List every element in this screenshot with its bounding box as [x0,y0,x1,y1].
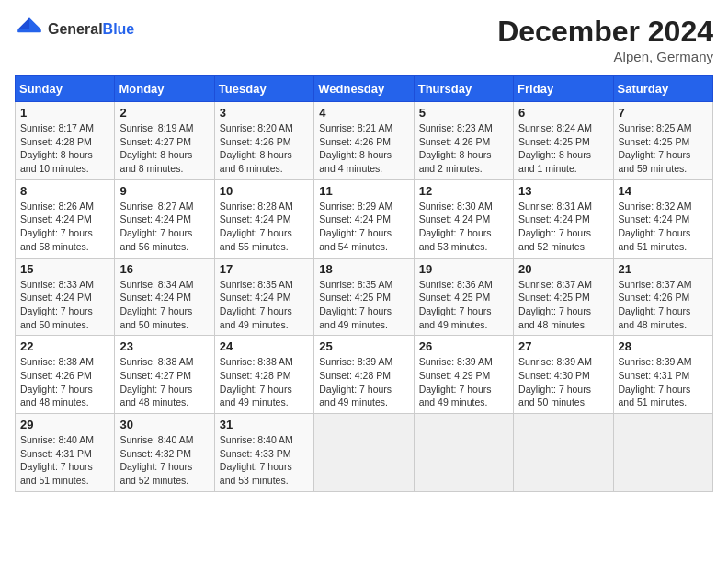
month-title: December 2024 [497,15,713,49]
day-info: Sunrise: 8:24 AM Sunset: 4:25 PM Dayligh… [518,121,608,176]
day-info: Sunrise: 8:28 AM Sunset: 4:24 PM Dayligh… [220,200,309,254]
logo-icon [15,15,44,44]
day-info: Sunrise: 8:39 AM Sunset: 4:28 PM Dayligh… [319,355,408,409]
day-info: Sunrise: 8:35 AM Sunset: 4:25 PM Dayligh… [319,278,408,332]
page-header: GeneralBlue December 2024 Alpen, Germany [15,15,713,64]
day-info: Sunrise: 8:26 AM Sunset: 4:24 PM Dayligh… [20,200,109,254]
day-info: Sunrise: 8:38 AM Sunset: 4:28 PM Dayligh… [220,355,309,409]
svg-marker-0 [29,17,41,29]
day-number: 21 [619,262,708,276]
day-number: 31 [220,418,309,431]
day-cell: 17 Sunrise: 8:35 AM Sunset: 4:24 PM Dayl… [214,258,313,336]
day-cell: 31 Sunrise: 8:40 AM Sunset: 4:33 PM Dayl… [214,414,313,492]
day-cell: 16 Sunrise: 8:34 AM Sunset: 4:24 PM Dayl… [115,258,214,336]
calendar-table: Sunday Monday Tuesday Wednesday Thursday… [15,75,713,492]
logo-blue-text: Blue [103,21,135,37]
location: Alpen, Germany [497,49,713,64]
day-info: Sunrise: 8:39 AM Sunset: 4:30 PM Dayligh… [518,355,608,409]
day-cell: 30 Sunrise: 8:40 AM Sunset: 4:32 PM Dayl… [115,414,214,492]
day-cell: 25 Sunrise: 8:39 AM Sunset: 4:28 PM Dayl… [314,336,414,414]
day-info: Sunrise: 8:39 AM Sunset: 4:29 PM Dayligh… [419,355,508,409]
col-tuesday: Tuesday [214,76,313,102]
day-cell: 18 Sunrise: 8:35 AM Sunset: 4:25 PM Dayl… [314,258,414,336]
svg-marker-1 [17,17,29,29]
day-number: 5 [419,106,508,120]
day-info: Sunrise: 8:17 AM Sunset: 4:28 PM Dayligh… [20,121,109,176]
week-row-1: 1 Sunrise: 8:17 AM Sunset: 4:28 PM Dayli… [16,102,713,180]
day-info: Sunrise: 8:25 AM Sunset: 4:25 PM Dayligh… [619,121,708,176]
day-number: 12 [419,184,508,198]
week-row-5: 29 Sunrise: 8:40 AM Sunset: 4:31 PM Dayl… [16,414,713,492]
day-info: Sunrise: 8:29 AM Sunset: 4:24 PM Dayligh… [319,200,408,254]
day-info: Sunrise: 8:40 AM Sunset: 4:32 PM Dayligh… [119,433,209,488]
day-number: 27 [518,339,608,353]
day-number: 24 [220,339,309,353]
day-number: 17 [220,262,309,276]
day-cell: 22 Sunrise: 8:38 AM Sunset: 4:26 PM Dayl… [16,336,115,414]
day-number: 2 [119,106,209,120]
day-cell: 28 Sunrise: 8:39 AM Sunset: 4:31 PM Dayl… [613,336,712,414]
col-wednesday: Wednesday [314,76,414,102]
day-number: 22 [20,339,109,353]
day-cell: 24 Sunrise: 8:38 AM Sunset: 4:28 PM Dayl… [214,336,313,414]
day-cell: 8 Sunrise: 8:26 AM Sunset: 4:24 PM Dayli… [16,179,115,258]
day-info: Sunrise: 8:38 AM Sunset: 4:26 PM Dayligh… [20,355,109,409]
day-info: Sunrise: 8:20 AM Sunset: 4:26 PM Dayligh… [220,121,309,176]
title-block: December 2024 Alpen, Germany [497,15,713,64]
day-info: Sunrise: 8:23 AM Sunset: 4:26 PM Dayligh… [419,121,508,176]
week-row-2: 8 Sunrise: 8:26 AM Sunset: 4:24 PM Dayli… [16,179,713,258]
week-row-4: 22 Sunrise: 8:38 AM Sunset: 4:26 PM Dayl… [16,336,713,414]
day-info: Sunrise: 8:21 AM Sunset: 4:26 PM Dayligh… [319,121,408,176]
day-cell: 20 Sunrise: 8:37 AM Sunset: 4:25 PM Dayl… [514,258,613,336]
day-cell [613,414,712,492]
day-number: 20 [518,262,608,276]
day-number: 11 [319,184,408,198]
day-info: Sunrise: 8:19 AM Sunset: 4:27 PM Dayligh… [119,121,209,176]
day-info: Sunrise: 8:40 AM Sunset: 4:31 PM Dayligh… [20,433,109,488]
day-number: 16 [119,262,209,276]
day-cell: 1 Sunrise: 8:17 AM Sunset: 4:28 PM Dayli… [16,102,115,180]
day-cell: 3 Sunrise: 8:20 AM Sunset: 4:26 PM Dayli… [214,102,313,180]
day-info: Sunrise: 8:37 AM Sunset: 4:25 PM Dayligh… [518,278,608,332]
day-number: 13 [518,184,608,198]
day-cell: 29 Sunrise: 8:40 AM Sunset: 4:31 PM Dayl… [16,414,115,492]
logo-general-text: General [48,21,103,37]
day-cell: 19 Sunrise: 8:36 AM Sunset: 4:25 PM Dayl… [414,258,513,336]
day-info: Sunrise: 8:40 AM Sunset: 4:33 PM Dayligh… [220,433,309,488]
day-number: 8 [20,184,109,198]
logo-text: GeneralBlue [48,21,134,38]
day-number: 6 [518,106,608,120]
col-sunday: Sunday [16,76,115,102]
day-number: 14 [619,184,708,198]
day-info: Sunrise: 8:38 AM Sunset: 4:27 PM Dayligh… [119,355,209,409]
day-number: 28 [619,339,708,353]
day-cell: 14 Sunrise: 8:32 AM Sunset: 4:24 PM Dayl… [613,179,712,258]
logo: GeneralBlue [15,15,134,44]
day-info: Sunrise: 8:32 AM Sunset: 4:24 PM Dayligh… [619,200,708,254]
day-cell: 6 Sunrise: 8:24 AM Sunset: 4:25 PM Dayli… [514,102,613,180]
day-cell: 2 Sunrise: 8:19 AM Sunset: 4:27 PM Dayli… [115,102,214,180]
day-cell: 7 Sunrise: 8:25 AM Sunset: 4:25 PM Dayli… [613,102,712,180]
week-row-3: 15 Sunrise: 8:33 AM Sunset: 4:24 PM Dayl… [16,258,713,336]
day-info: Sunrise: 8:37 AM Sunset: 4:26 PM Dayligh… [619,278,708,332]
day-cell: 9 Sunrise: 8:27 AM Sunset: 4:24 PM Dayli… [115,179,214,258]
day-number: 26 [419,339,508,353]
day-cell [414,414,513,492]
day-cell: 12 Sunrise: 8:30 AM Sunset: 4:24 PM Dayl… [414,179,513,258]
day-number: 10 [220,184,309,198]
col-friday: Friday [514,76,613,102]
day-number: 19 [419,262,508,276]
day-info: Sunrise: 8:34 AM Sunset: 4:24 PM Dayligh… [119,278,209,332]
day-info: Sunrise: 8:35 AM Sunset: 4:24 PM Dayligh… [220,278,309,332]
day-info: Sunrise: 8:36 AM Sunset: 4:25 PM Dayligh… [419,278,508,332]
calendar-header-row: Sunday Monday Tuesday Wednesday Thursday… [16,76,713,102]
day-number: 29 [20,418,109,431]
day-info: Sunrise: 8:31 AM Sunset: 4:24 PM Dayligh… [518,200,608,254]
day-cell: 11 Sunrise: 8:29 AM Sunset: 4:24 PM Dayl… [314,179,414,258]
day-number: 1 [20,106,109,120]
day-number: 3 [220,106,309,120]
day-cell [514,414,613,492]
day-number: 7 [619,106,708,120]
day-number: 9 [119,184,209,198]
day-cell: 13 Sunrise: 8:31 AM Sunset: 4:24 PM Dayl… [514,179,613,258]
